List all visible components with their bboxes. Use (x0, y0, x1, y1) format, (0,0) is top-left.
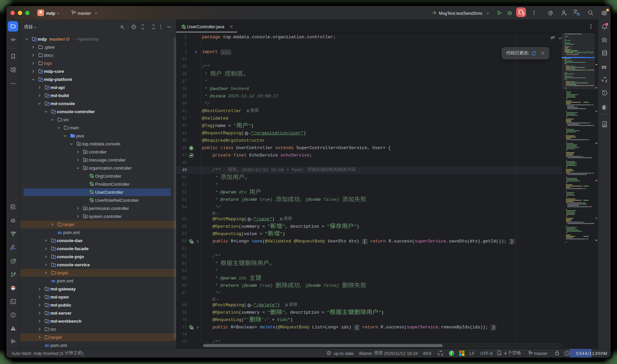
svg-text:A: A (604, 122, 606, 126)
